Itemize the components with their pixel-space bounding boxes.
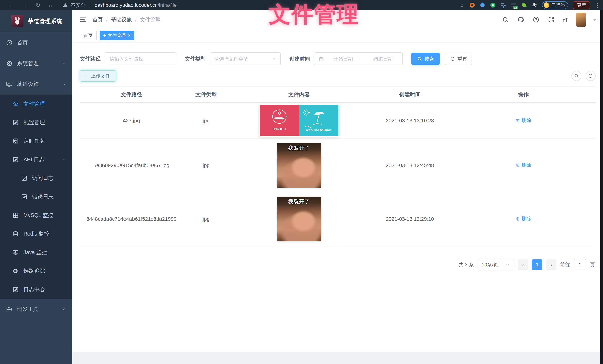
sidebar-item-4[interactable]: 配置管理 (0, 113, 72, 132)
user-avatar[interactable] (576, 13, 586, 27)
chevron-down-icon (505, 262, 510, 267)
sidebar-item-11[interactable]: Java 监控 (0, 243, 72, 262)
file-path-input[interactable] (105, 52, 176, 65)
browser-forward-icon[interactable]: → (22, 2, 27, 8)
search-button[interactable]: 搜索 (411, 53, 440, 65)
sidebar-item-12[interactable]: 链路追踪 (0, 262, 72, 280)
refresh-table-button[interactable] (586, 71, 596, 81)
tab-close-icon[interactable]: × (128, 33, 130, 38)
extension-switch-icon[interactable]: on (511, 2, 516, 8)
bookmark-star-icon[interactable]: ☆ (460, 2, 464, 9)
gear-icon (6, 60, 13, 67)
sidebar-item-label: 定时任务 (23, 137, 45, 145)
extension-green-check-icon[interactable] (490, 2, 496, 8)
java-icon (12, 249, 19, 256)
breadcrumb: 首页 / 基础设施 / 文件管理 (93, 16, 161, 23)
browser-chrome: ← → ↻ ⌂ 不安全 | dashboard.yudao.iocoder.cn… (0, 0, 603, 10)
sidebar-item-10[interactable]: Redis 监控 (0, 225, 72, 243)
prev-page-button[interactable]: ‹ (518, 260, 528, 270)
browser-home-icon[interactable]: ⌂ (49, 2, 52, 8)
sidebar-item-1[interactable]: 系统管理 (0, 53, 72, 74)
edit-icon (12, 119, 19, 126)
breadcrumb-home[interactable]: 首页 (93, 16, 103, 23)
delete-button[interactable]: 删除 (515, 117, 531, 124)
sidebar-item-6[interactable]: API 日志 (0, 150, 72, 169)
tab-label: 首页 (84, 33, 93, 38)
browser-menu-dots-icon[interactable]: ⋮ (595, 2, 600, 9)
table-header: 文件路径 文件类型 文件内容 创建时间 操作 (80, 87, 596, 103)
sidebar-item-label: API 日志 (23, 156, 44, 163)
fullscreen-icon[interactable] (548, 16, 555, 23)
cell-file-content: 我裂开了 (230, 197, 369, 241)
avatar-caret-icon[interactable] (593, 19, 597, 21)
tab-home[interactable]: 首页 × (80, 31, 96, 40)
sidebar-item-7[interactable]: 访问日志 (0, 169, 72, 187)
monitor-icon (6, 81, 13, 88)
cell-file-content: 我裂开了 (230, 143, 369, 188)
header-file-type: 文件类型 (183, 91, 230, 98)
end-date-input[interactable]: 结束日期 (368, 56, 398, 62)
profile-avatar-icon (544, 2, 549, 8)
next-page-button[interactable]: › (546, 260, 557, 270)
toggle-search-button[interactable] (571, 71, 581, 81)
cell-file-type: jpg (183, 162, 230, 168)
refresh-icon (450, 56, 455, 61)
search-icon[interactable] (502, 16, 509, 23)
tags-view-bar: 首页 × 文件管理 × (72, 29, 603, 42)
log-icon (12, 156, 19, 163)
sidebar-item-2[interactable]: 基础设施 (0, 74, 72, 95)
file-type-label: 文件类型 (185, 55, 206, 62)
sidebar-item-3[interactable]: 文件管理 (0, 95, 72, 113)
sidebar-item-0[interactable]: 首页 (0, 32, 72, 53)
extension-orange-icon[interactable] (469, 2, 475, 8)
cell-actions: 删除 (451, 117, 596, 124)
file-type-select[interactable]: 请选择文件类型 (210, 52, 281, 65)
sidebar-item-9[interactable]: MySQL 监控 (0, 206, 72, 225)
sidebar-item-14[interactable]: 研发工具 (0, 299, 72, 320)
calendar-icon (319, 56, 324, 62)
extensions-puzzle-icon[interactable] (532, 2, 537, 8)
delete-button[interactable]: 删除 (515, 216, 531, 222)
tab-file-management[interactable]: 文件管理 × (100, 31, 134, 40)
goto-page-input[interactable] (574, 259, 586, 270)
font-size-icon[interactable]: тT (563, 17, 568, 23)
sidebar-item-label: 错误日志 (32, 193, 54, 201)
sidebar-item-label: 首页 (17, 39, 28, 46)
start-date-input[interactable]: 开始日期 (328, 56, 359, 62)
trash-icon (515, 118, 520, 123)
cloud-icon (12, 101, 19, 107)
help-icon[interactable] (533, 16, 540, 23)
sidebar-item-8[interactable]: 错误日志 (0, 187, 72, 206)
breadcrumb-infra[interactable]: 基础设施 (111, 16, 132, 23)
header-file-path: 文件路径 (80, 91, 183, 98)
search-button-label: 搜索 (424, 56, 434, 62)
breadcrumb-current: 文件管理 (140, 16, 161, 23)
chevron-up-icon (61, 157, 66, 162)
browser-reload-icon[interactable]: ↻ (36, 2, 40, 9)
browser-update-button[interactable]: 更新 (573, 1, 590, 9)
delete-button[interactable]: 删除 (515, 162, 531, 168)
page-size-select[interactable]: 10条/页 (478, 259, 514, 271)
browser-back-icon[interactable]: ← (7, 2, 13, 8)
url-separator: | (89, 2, 91, 8)
profile-paused-badge[interactable]: 已暂停 (542, 1, 568, 9)
sidebar-item-label: 系统管理 (17, 60, 39, 67)
extension-leaf-icon[interactable] (521, 2, 527, 8)
hamburger-icon[interactable] (79, 16, 87, 23)
url-path: /infra/file (158, 2, 176, 8)
extension-grid-icon[interactable] (500, 2, 506, 8)
file-table: 文件路径 文件类型 文件内容 创建时间 操作 427.jpgjpg 996.IC… (80, 87, 596, 246)
meme-caption: 我裂开了 (277, 145, 321, 151)
upload-file-button[interactable]: + 上传文件 (80, 70, 116, 82)
tab-label: 文件管理 (108, 33, 126, 38)
extension-drop-icon[interactable] (480, 2, 485, 8)
reset-button[interactable]: 重置 (445, 53, 472, 65)
sidebar-item-5[interactable]: 定时任务 (0, 132, 72, 150)
sidebar-item-13[interactable]: 日志中心 (0, 280, 72, 299)
logo-block[interactable]: 芋道管理系统 (0, 10, 72, 32)
address-bar[interactable]: 不安全 | dashboard.yudao.iocoder.cn/infra/f… (63, 2, 176, 9)
github-icon[interactable] (517, 16, 524, 23)
page-number-button[interactable]: 1 (532, 260, 542, 270)
tab-active-dot (104, 34, 106, 36)
date-range-picker[interactable]: 开始日期 - 结束日期 (314, 52, 403, 65)
